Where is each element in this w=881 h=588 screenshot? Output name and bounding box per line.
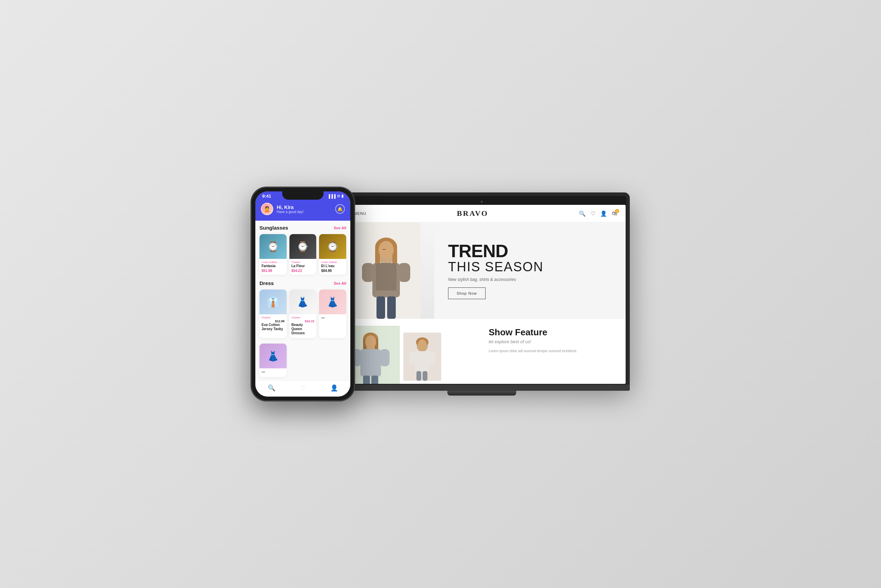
brand-cotton-jersey: Chanel	[262, 316, 285, 319]
brand-fantasia: Louis Vuitton	[262, 261, 285, 264]
feature-images	[338, 319, 482, 384]
wifi-icon: ⊙	[337, 194, 340, 198]
svg-rect-18	[360, 349, 381, 376]
dress-section-header: Dress See All	[259, 280, 346, 286]
brand-la-fleur: Chanel	[292, 261, 315, 264]
svg-rect-31	[423, 371, 427, 381]
svg-rect-9	[398, 263, 410, 282]
hero-headline2: THIS SEASON	[448, 260, 612, 274]
sunglasses-see-all[interactable]: See All	[334, 226, 346, 230]
cart-icon[interactable]: 🛍 1	[612, 210, 617, 216]
feature-title: Show Feature	[489, 327, 619, 338]
svg-rect-20	[380, 349, 390, 366]
greeting-sub: Have a good day!	[277, 210, 304, 214]
product-image-et-leau: ⌚	[319, 234, 346, 259]
svg-rect-28	[409, 351, 416, 364]
name-extra1: —	[321, 316, 344, 320]
avatar: 🙎	[261, 203, 273, 215]
name-et-leau: Et L'eau	[321, 264, 344, 268]
laptop-hero: TREND THIS SEASON New stylish bag, shirt…	[338, 222, 626, 319]
name-beauty-queen: Beauty Queen Dresses	[292, 323, 315, 335]
phone-screen: 9:41 ▐▐▐ ⊙ ▮ 🙎 Hi, Kira Have a good day!	[255, 191, 350, 397]
laptop-feature: Show Feature let explore best of us! Lor…	[338, 319, 626, 384]
product-card-cotton-jersey[interactable]: 👔 Chanel $12.99 Eva Cotton Jersey Tanky	[259, 290, 287, 338]
svg-rect-8	[362, 263, 374, 282]
user-nav-icon: 👤	[330, 384, 338, 392]
sunglasses-section-header: Sunglasses See All	[259, 225, 346, 231]
laptop-screen-frame: MENU BRAVO 🔍 ♡ 👤 🛍 1	[337, 196, 626, 384]
status-time: 9:41	[262, 194, 271, 199]
price-et-leau: $84.99	[321, 269, 344, 273]
hero-text-area: TREND THIS SEASON New stylish bag, shirt…	[434, 235, 626, 306]
logo: BRAVO	[457, 209, 488, 218]
nav-icons: 🔍 ♡ 👤 🛍 1	[579, 210, 617, 217]
brand-beauty-queen: Chanel	[292, 316, 315, 319]
svg-rect-30	[417, 371, 421, 381]
product-card-extra1[interactable]: 👗 —	[319, 290, 346, 338]
price-fantasia: $51.99	[262, 269, 285, 273]
product-card-extra2[interactable]: 👗 —	[259, 344, 287, 377]
sunglasses-title: Sunglasses	[259, 225, 288, 231]
product-image-fantasia: ⌚	[259, 234, 287, 259]
nav-profile[interactable]: 👤	[330, 384, 338, 392]
product-info-la-fleur: Chanel La Fleur $54.23	[289, 259, 317, 275]
phone-frame: 9:41 ▐▐▐ ⊙ ▮ 🙎 Hi, Kira Have a good day!	[251, 187, 355, 401]
product-image-extra2: 👗	[259, 344, 287, 368]
phone-header: 🙎 Hi, Kira Have a good day! 🔔	[255, 200, 350, 220]
phone-header-left: 🙎 Hi, Kira Have a good day!	[261, 203, 304, 215]
shop-now-button[interactable]: Shop Now	[448, 288, 485, 299]
laptop-camera	[338, 196, 626, 205]
price-cotton-jersey: $12.99	[262, 320, 285, 323]
svg-point-26	[418, 339, 427, 351]
product-image-cotton-jersey: 👔	[259, 290, 287, 314]
sunglasses-grid: ⌚ Louis Vuitton Fantasia $51.99 ⌚ Chan	[259, 234, 346, 275]
phone-device: 9:41 ▐▐▐ ⊙ ▮ 🙎 Hi, Kira Have a good day!	[251, 187, 355, 401]
product-info-extra1: —	[319, 314, 346, 323]
nav-search[interactable]: 🔍	[268, 384, 275, 392]
phone-content: Sunglasses See All ⌚ Louis Vuitton Fanta…	[255, 220, 350, 380]
menu-label: MENU	[354, 212, 366, 216]
product-card-et-leau[interactable]: ⌚ Louis Vuitton Et L'eau $84.99	[319, 234, 346, 275]
search-icon[interactable]: 🔍	[579, 210, 586, 217]
product-card-fantasia[interactable]: ⌚ Louis Vuitton Fantasia $51.99	[259, 234, 287, 275]
feature-text-area: Show Feature let explore best of us! Lor…	[482, 319, 626, 384]
phone-header-text: Hi, Kira Have a good day!	[277, 204, 304, 214]
feature-desc: Lorem ipsum dolor adi ousmod tempor ousm…	[489, 348, 619, 354]
nav-wishlist[interactable]: ♡	[300, 384, 306, 392]
laptop-screen: MENU BRAVO 🔍 ♡ 👤 🛍 1	[338, 205, 626, 384]
cart-badge: 1	[615, 209, 619, 213]
product-card-beauty-queen[interactable]: 👗 Chanel $24.33 Beauty Queen Dresses	[289, 290, 317, 338]
svg-rect-22	[371, 376, 378, 384]
product-card-la-fleur[interactable]: ⌚ Chanel La Fleur $54.23	[289, 234, 317, 275]
name-cotton-jersey: Eva Cotton Jersey Tanky	[262, 323, 285, 331]
name-extra2: —	[262, 370, 285, 374]
status-icons: ▐▐▐ ⊙ ▮	[328, 194, 343, 198]
feature-img-secondary	[403, 333, 441, 381]
product-image-beauty-queen: 👗	[289, 290, 317, 314]
product-info-fantasia: Louis Vuitton Fantasia $51.99	[259, 259, 287, 275]
laptop-frame: MENU BRAVO 🔍 ♡ 👤 🛍 1	[334, 192, 630, 384]
greeting: Hi, Kira	[277, 204, 304, 210]
product-info-beauty-queen: Chanel $24.33 Beauty Queen Dresses	[289, 314, 317, 338]
bell-button[interactable]: 🔔	[335, 204, 345, 214]
svg-rect-29	[429, 351, 435, 364]
signal-icon: ▐▐▐	[328, 194, 336, 198]
svg-point-5	[379, 241, 394, 259]
laptop-device: MENU BRAVO 🔍 ♡ 👤 🛍 1	[334, 192, 630, 396]
product-info-cotton-jersey: Chanel $12.99 Eva Cotton Jersey Tanky	[259, 314, 287, 334]
product-image-extra1: 👗	[319, 290, 346, 314]
heart-nav-icon: ♡	[300, 384, 306, 392]
dress-title: Dress	[259, 280, 274, 286]
battery-icon: ▮	[342, 194, 343, 198]
user-icon[interactable]: 👤	[600, 210, 607, 217]
laptop-foot	[447, 391, 516, 396]
laptop-nav: MENU BRAVO 🔍 ♡ 👤 🛍 1	[338, 205, 626, 222]
scene: 9:41 ▐▐▐ ⊙ ▮ 🙎 Hi, Kira Have a good day!	[220, 187, 661, 401]
product-info-et-leau: Louis Vuitton Et L'eau $84.99	[319, 259, 346, 275]
name-fantasia: Fantasia	[262, 264, 285, 268]
dress-see-all[interactable]: See All	[334, 281, 346, 285]
brand-et-leau: Louis Vuitton	[321, 261, 344, 264]
svg-rect-21	[363, 376, 370, 384]
wishlist-icon[interactable]: ♡	[590, 210, 595, 217]
svg-rect-7	[376, 263, 397, 291]
